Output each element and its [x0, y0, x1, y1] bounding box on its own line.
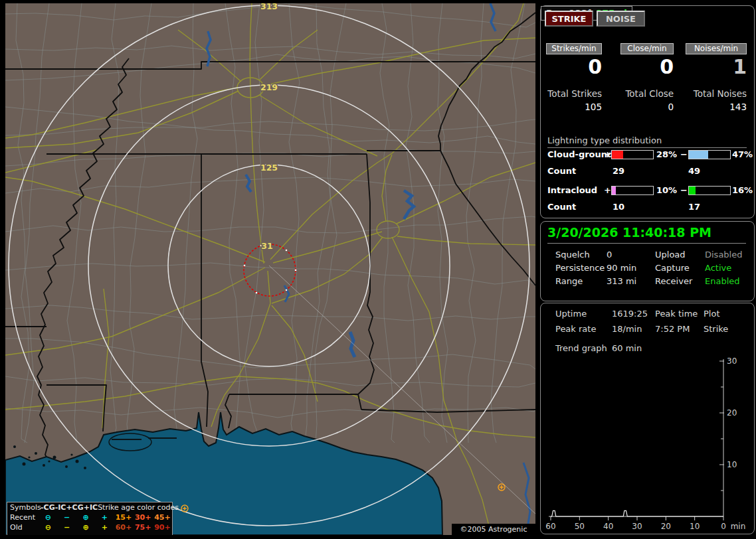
trend-panel: Uptime 1619:25 Peak time Plot Peak rate … — [540, 303, 755, 534]
neg-cg-recent-icon: ⊖ — [39, 512, 57, 522]
persistence-label: Persistence — [555, 263, 605, 273]
trend-x-unit-label: min — [731, 522, 746, 531]
upload-status: Disabled — [705, 250, 742, 260]
pos-cg-bar — [611, 150, 654, 159]
status-panel: 3/20/2026 11:40:18 PM Squelch 0 Upload D… — [540, 221, 755, 301]
intracloud-label: Intracloud — [547, 185, 597, 195]
trend-y-tick-label: 10 — [727, 460, 737, 469]
app-window: 313 219 125 31 Symbols -CG -IC +CG +IC S… — [0, 0, 756, 539]
range-value: 313 mi — [607, 276, 636, 286]
pos-cg-percent: 28% — [656, 149, 677, 159]
pos-cg-recent-icon: ⊕ — [76, 512, 95, 522]
trend-x-tick-label: 40 — [603, 522, 613, 531]
total-strikes-label: Total Strikes — [546, 88, 602, 99]
age-45: 45+ — [153, 512, 172, 522]
squelch-value: 0 — [607, 250, 612, 260]
capture-status: Active — [705, 263, 731, 273]
strike-mode-button[interactable]: STRIKE — [545, 11, 593, 27]
capture-label: Capture — [655, 263, 690, 273]
range-label: Range — [555, 276, 583, 286]
count-label: Count — [547, 202, 576, 212]
legend-row-recent-label: Recent — [7, 512, 39, 522]
trend-x-tick-label: 30 — [632, 522, 642, 531]
ring-label-125: 125 — [260, 163, 278, 173]
noises-per-min-chip: Noises/min — [686, 43, 747, 54]
age-90: 90+ — [153, 522, 172, 532]
cloud-ground-row: Cloud-ground + 28% − 47% — [541, 149, 754, 160]
datetime-display: 3/20/2026 11:40:18 PM — [547, 225, 711, 240]
total-strikes-value: 105 — [546, 102, 602, 112]
trend-x-tick-label: 20 — [661, 522, 671, 531]
close-per-min-chip: Close/min — [620, 43, 674, 54]
receiver-label: Receiver — [655, 276, 692, 286]
close-per-min-value: 0 — [620, 55, 674, 78]
age-60: 60+ — [114, 522, 133, 532]
legend-symbols-header: Symbols — [7, 502, 41, 512]
legend-age-header: Strike age color codes — [98, 502, 179, 512]
neg-cg-old-icon: ⊖ — [39, 522, 57, 532]
trend-chart: 1020306050403020100min — [541, 303, 754, 534]
pos-ic-bar — [611, 186, 654, 195]
range-row: Range 313 mi Receiver Enabled — [541, 276, 754, 288]
plus-sign: + — [604, 185, 611, 195]
noise-mode-button[interactable]: NOISE — [597, 11, 645, 27]
legend-col-pos-cg: +CG — [66, 502, 83, 512]
neg-cg-bar — [688, 150, 731, 159]
lightning-map: 313 219 125 31 Symbols -CG -IC +CG +IC S… — [5, 3, 535, 535]
copyright-text: ©2005 Astrogenic Systems — [452, 524, 535, 535]
age-30: 30+ — [134, 512, 153, 522]
neg-ic-recent-icon: − — [58, 512, 76, 522]
strikes-per-min-value: 0 — [546, 55, 602, 78]
squelch-label: Squelch — [555, 250, 590, 260]
neg-ic-percent: 16% — [732, 185, 753, 195]
noises-per-min-value: 1 — [686, 55, 747, 78]
neg-ic-count: 17 — [688, 202, 700, 212]
legend-col-neg-ic: -IC — [55, 502, 66, 512]
age-75: 75+ — [134, 522, 153, 532]
distribution-title: Lightning type distribution — [547, 135, 747, 148]
pos-ic-count: 10 — [613, 202, 624, 212]
map-canvas: 313 219 125 31 — [5, 3, 535, 535]
legend-col-pos-ic: +IC — [84, 502, 98, 512]
lake-pontchartrain — [109, 433, 151, 451]
strikes-per-min-chip: Strikes/min — [546, 43, 602, 54]
divider — [547, 243, 746, 244]
persistence-row: Persistence 90 min Capture Active — [541, 263, 754, 275]
age-15: 15+ — [114, 512, 133, 522]
receiver-status: Enabled — [705, 276, 740, 286]
map-legend: Symbols -CG -IC +CG +IC Strike age color… — [7, 502, 173, 535]
ring-label-313: 313 — [260, 3, 278, 11]
neg-ic-old-icon: − — [58, 522, 76, 532]
trend-x-tick-label: 50 — [575, 522, 585, 531]
trend-x-tick-label: 0 — [721, 522, 726, 531]
total-close-label: Total Close — [620, 88, 674, 99]
squelch-row: Squelch 0 Upload Disabled — [541, 250, 754, 262]
trend-y-tick-label: 30 — [727, 356, 737, 366]
intracloud-row: Intracloud + 10% − 16% — [541, 185, 754, 196]
ring-label-31: 31 — [261, 241, 272, 251]
persistence-value: 90 min — [607, 263, 636, 273]
trend-axes — [549, 359, 724, 520]
plus-sign: + — [604, 149, 611, 159]
intracloud-count-row: Count 10 17 — [541, 202, 754, 212]
neg-cg-percent: 47% — [732, 149, 753, 159]
total-close-value: 0 — [620, 102, 674, 112]
neg-cg-count: 49 — [688, 166, 700, 176]
pos-ic-percent: 10% — [656, 185, 677, 195]
count-label: Count — [547, 166, 576, 176]
strike-counters-panel: STRIKE NOISE Bng 133° 375mi Strikes/min … — [540, 5, 755, 218]
pos-ic-recent-icon: + — [95, 512, 114, 522]
minus-sign: − — [680, 149, 688, 159]
upload-label: Upload — [655, 250, 686, 260]
trend-x-tick-label: 10 — [690, 522, 700, 531]
minus-sign: − — [680, 185, 688, 195]
pos-ic-old-icon: + — [95, 522, 114, 532]
total-noises-label: Total Noises — [686, 88, 747, 99]
trend-y-tick-label: 20 — [727, 408, 737, 418]
total-noises-value: 143 — [686, 102, 747, 112]
legend-col-neg-cg: -CG — [41, 502, 55, 512]
neg-ic-bar — [688, 186, 731, 195]
legend-row-old-label: Old — [7, 522, 39, 532]
trend-x-tick-label: 60 — [545, 522, 555, 531]
pos-cg-count: 29 — [613, 166, 624, 176]
